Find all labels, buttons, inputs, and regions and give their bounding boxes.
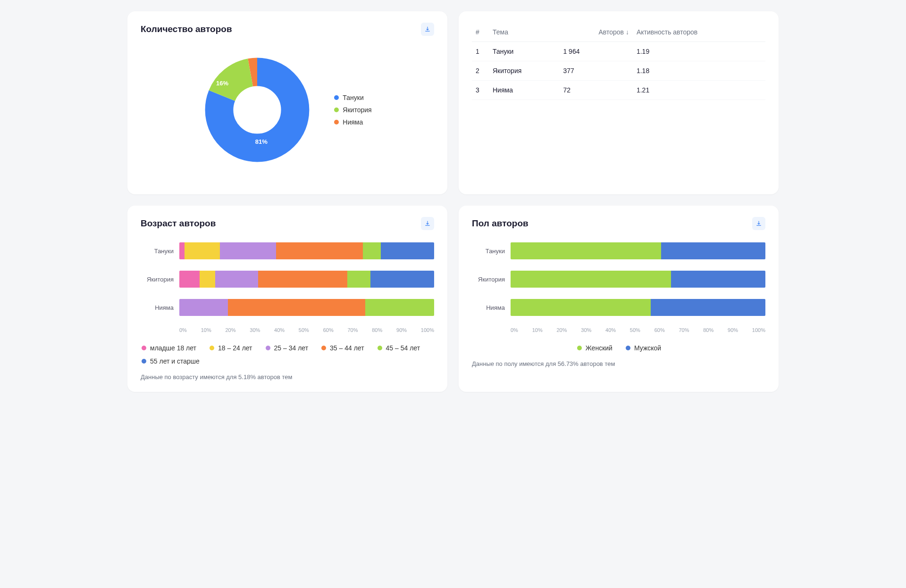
bar-row: Якитория [141,271,434,288]
bar-row: Нияма [141,299,434,316]
donut-legend: Тануки Якитория Нияма [334,94,371,126]
download-button[interactable] [421,217,434,230]
bar-segment [365,299,434,316]
gender-legend: ЖенскийМужской [473,344,765,352]
axis-tick: 40% [605,327,616,333]
axis-tick: 40% [274,327,285,333]
axis-tick: 10% [532,327,543,333]
donut-label-small: 16% [216,80,228,87]
donut-chart: 81% 16% [203,56,311,164]
bar-label: Нияма [141,304,174,311]
bar-segment [661,242,765,259]
legend-item: 45 – 54 лет [378,344,420,352]
col-num[interactable]: # [472,23,489,42]
bar-segment [276,242,363,259]
bar-row: Тануки [472,242,765,259]
download-button[interactable] [421,23,434,36]
legend-item: Женский [577,344,612,352]
col-activity[interactable]: Активность авторов [633,23,765,42]
row-num: 1 [472,42,489,61]
bar-segment [347,271,370,288]
bar-segment [220,242,276,259]
row-num: 3 [472,81,489,100]
col-authors[interactable]: Авторов ↓ [559,23,632,42]
legend-item: Якитория [334,106,371,114]
bar-track [511,299,765,316]
row-activity: 1.19 [633,42,765,61]
bar-segment [671,271,765,288]
row-activity: 1.18 [633,61,765,81]
legend-item: Тануки [334,94,371,101]
row-num: 2 [472,61,489,81]
axis-tick: 20% [225,327,235,333]
donut-label-big: 81% [255,138,268,145]
bar-track [511,242,765,259]
row-topic-link[interactable]: Якитория [489,61,559,81]
download-icon [755,220,762,227]
bar-segment [179,271,200,288]
bar-segment [258,271,347,288]
row-authors: 1 964 [559,42,632,61]
bar-segment [363,242,381,259]
bar-track [179,242,434,259]
bar-segment [511,242,661,259]
legend-item: 35 – 44 лет [321,344,364,352]
bar-label: Тануки [472,248,505,255]
row-authors: 377 [559,61,632,81]
download-icon [424,26,431,33]
row-topic-link[interactable]: Нияма [489,81,559,100]
axis-tick: 100% [421,327,434,333]
axis-tick: 0% [179,327,187,333]
axis-tick: 30% [581,327,591,333]
gender-stacked-bar-chart: ТанукиЯкиторияНияма [472,239,765,316]
table-row: 2Якитория3771.18 [472,61,765,81]
bar-segment [200,271,215,288]
card-title: Количество авторов [141,24,232,34]
authors-table-card: # Тема Авторов ↓ Активность авторов 1Тан… [459,11,779,194]
bar-label: Якитория [141,276,174,283]
authors-gender-card: Пол авторов ТанукиЯкиторияНияма 0%10%20%… [459,206,779,392]
axis-tick: 100% [752,327,765,333]
bar-segment [215,271,259,288]
bar-track [511,271,765,288]
axis-tick: 90% [728,327,738,333]
axis-tick: 60% [654,327,665,333]
axis-tick: 90% [396,327,407,333]
axis-tick: 60% [323,327,334,333]
bar-segment [651,299,765,316]
bar-label: Нияма [472,304,505,311]
x-axis: 0%10%20%30%40%50%60%70%80%90%100% [511,327,765,340]
download-icon [424,220,431,227]
card-title: Пол авторов [472,218,528,229]
legend-item: 25 – 34 лет [266,344,309,352]
axis-tick: 30% [250,327,260,333]
bar-row: Нияма [472,299,765,316]
axis-tick: 80% [372,327,382,333]
bar-segment [228,299,366,316]
legend-item: младше 18 лет [142,344,196,352]
download-button[interactable] [752,217,765,230]
axis-tick: 70% [347,327,358,333]
bar-segment [185,242,220,259]
axis-tick: 50% [630,327,640,333]
row-topic-link[interactable]: Тануки [489,42,559,61]
legend-item: Мужской [626,344,661,352]
gender-footnote: Данные по полу имеются для 56.73% авторо… [472,360,765,367]
row-activity: 1.21 [633,81,765,100]
bar-segment [381,242,434,259]
legend-item: 18 – 24 лет [210,344,252,352]
bar-row: Якитория [472,271,765,288]
axis-tick: 70% [679,327,689,333]
age-legend: младше 18 лет18 – 24 лет25 – 34 лет35 – … [142,344,434,365]
bar-track [179,299,434,316]
authors-age-card: Возраст авторов ТанукиЯкиторияНияма 0%10… [127,206,447,392]
col-topic[interactable]: Тема [489,23,559,42]
legend-item: Нияма [334,118,371,126]
axis-tick: 20% [556,327,567,333]
axis-tick: 0% [511,327,518,333]
authors-table: # Тема Авторов ↓ Активность авторов 1Тан… [472,23,765,100]
age-footnote: Данные по возрасту имеются для 5.18% авт… [141,373,434,381]
age-stacked-bar-chart: ТанукиЯкиторияНияма [141,239,434,316]
axis-tick: 50% [299,327,309,333]
bar-label: Тануки [141,248,174,255]
